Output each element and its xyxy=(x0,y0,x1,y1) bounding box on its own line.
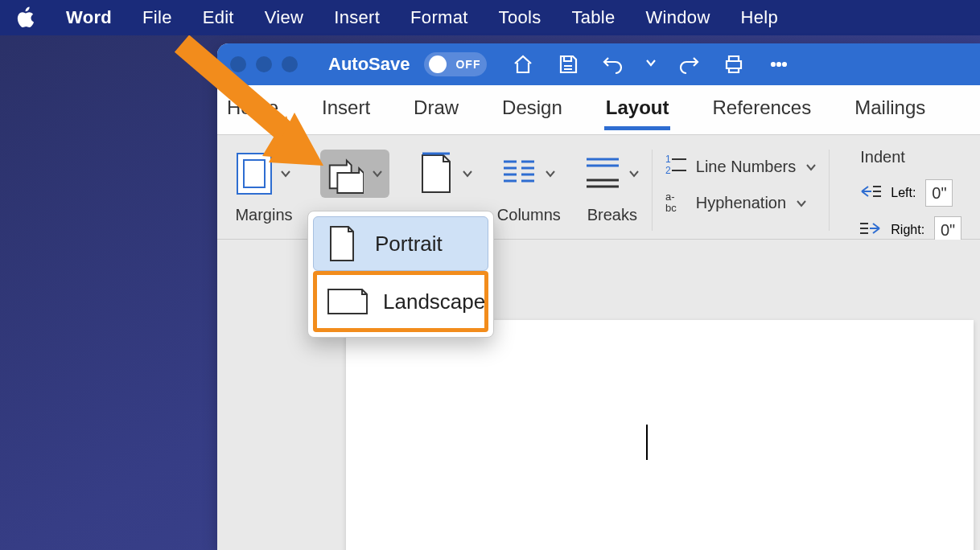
minimize-window-button[interactable] xyxy=(256,56,272,72)
indent-left-field[interactable]: 0" xyxy=(925,179,953,207)
traffic-lights xyxy=(230,56,298,72)
indent-right-label: Right: xyxy=(891,223,924,237)
svg-text:bc: bc xyxy=(665,202,677,213)
margins-icon xyxy=(235,154,274,193)
ribbon-tabs: Home Insert Draw Design Layout Reference… xyxy=(217,85,980,135)
menubar-item-help[interactable]: Help xyxy=(741,7,778,28)
document-page[interactable] xyxy=(346,320,974,550)
tab-draw[interactable]: Draw xyxy=(412,93,460,127)
group-margins: Margins xyxy=(224,142,304,239)
breaks-button[interactable] xyxy=(583,146,641,201)
columns-button[interactable] xyxy=(500,146,558,201)
save-icon[interactable] xyxy=(554,51,582,78)
tab-layout[interactable]: Layout xyxy=(604,93,671,127)
svg-text:1: 1 xyxy=(665,154,671,165)
undo-icon[interactable] xyxy=(599,51,627,78)
svg-point-2 xyxy=(783,63,786,66)
close-window-button[interactable] xyxy=(230,56,246,72)
menubar-item-tools[interactable]: Tools xyxy=(499,7,541,28)
columns-icon xyxy=(500,154,538,193)
group-linenum-hyph: 12 Line Numbers a-bc Hyphenation xyxy=(653,142,830,239)
autosave-toggle[interactable]: OFF xyxy=(424,52,487,76)
quickaccess-toolbar xyxy=(509,51,793,78)
orientation-option-portrait-label: Portrait xyxy=(375,232,443,257)
group-breaks: Breaks xyxy=(572,142,653,239)
autosave-label: AutoSave xyxy=(328,54,410,75)
apple-logo-icon[interactable] xyxy=(16,6,35,29)
macos-menubar: Word File Edit View Insert Format Tools … xyxy=(0,0,980,35)
redo-icon[interactable] xyxy=(675,51,702,78)
chevron-down-icon xyxy=(627,166,641,181)
text-caret xyxy=(646,425,648,460)
orientation-dropdown: Portrait Landscape xyxy=(307,211,494,338)
menubar-app-name[interactable]: Word xyxy=(66,7,112,28)
group-indent: Indent Left: 0" Right: 0" xyxy=(830,142,973,239)
hyphenation-label: Hyphenation xyxy=(696,194,786,212)
chevron-down-icon xyxy=(370,166,385,181)
autosave-state-text: OFF xyxy=(455,58,480,71)
tab-mailings[interactable]: Mailings xyxy=(853,93,927,127)
more-icon[interactable] xyxy=(765,51,793,78)
tab-insert[interactable]: Insert xyxy=(320,93,372,127)
menubar-item-edit[interactable]: Edit xyxy=(203,7,234,28)
tab-design[interactable]: Design xyxy=(500,93,564,127)
chevron-down-icon xyxy=(543,166,558,181)
orientation-option-landscape-label: Landscape xyxy=(383,289,485,314)
tab-references[interactable]: References xyxy=(710,93,813,127)
window-titlebar: AutoSave OFF xyxy=(217,43,980,85)
indent-right-icon xyxy=(860,220,881,240)
home-icon[interactable] xyxy=(509,51,537,78)
size-button[interactable] xyxy=(417,146,475,201)
print-icon[interactable] xyxy=(720,51,747,78)
breaks-label: Breaks xyxy=(587,206,637,224)
svg-text:2: 2 xyxy=(665,165,671,176)
hyphenation-icon: a-bc xyxy=(664,189,688,217)
columns-label: Columns xyxy=(497,206,561,224)
chevron-down-icon xyxy=(278,166,293,181)
group-columns: Columns xyxy=(486,142,572,239)
menubar-item-format[interactable]: Format xyxy=(410,7,467,28)
chevron-down-icon xyxy=(804,160,818,174)
line-numbers-button[interactable]: 12 Line Numbers xyxy=(664,153,819,181)
maximize-window-button[interactable] xyxy=(282,56,298,72)
line-numbers-label: Line Numbers xyxy=(696,158,797,176)
menubar-item-table[interactable]: Table xyxy=(571,7,615,28)
portrait-page-icon xyxy=(323,225,360,262)
autosave-toggle-knob xyxy=(429,55,447,73)
chevron-down-icon xyxy=(460,166,475,181)
tab-home[interactable]: Home xyxy=(225,93,280,127)
word-window: AutoSave OFF xyxy=(217,43,980,550)
menubar-item-file[interactable]: File xyxy=(142,7,172,28)
hyphenation-button[interactable]: a-bc Hyphenation xyxy=(664,189,819,217)
size-icon xyxy=(417,154,455,193)
breaks-icon xyxy=(583,154,622,193)
line-numbers-icon: 12 xyxy=(664,153,688,181)
svg-point-1 xyxy=(777,63,780,66)
orientation-option-portrait[interactable]: Portrait xyxy=(313,216,488,271)
menubar-item-window[interactable]: Window xyxy=(646,7,710,28)
indent-title: Indent xyxy=(860,148,961,166)
undo-dropdown-chevron-icon[interactable] xyxy=(644,56,657,72)
menubar-item-view[interactable]: View xyxy=(265,7,304,28)
margins-button[interactable] xyxy=(235,146,293,201)
svg-point-0 xyxy=(772,63,775,66)
orientation-icon xyxy=(325,154,364,193)
orientation-option-landscape[interactable]: Landscape xyxy=(313,271,488,332)
chevron-down-icon xyxy=(794,196,809,211)
landscape-page-icon xyxy=(327,283,369,320)
indent-left-label: Left: xyxy=(891,186,916,200)
orientation-button[interactable] xyxy=(320,150,389,198)
menubar-item-insert[interactable]: Insert xyxy=(334,7,380,28)
svg-text:a-: a- xyxy=(665,191,675,203)
margins-label: Margins xyxy=(235,206,292,224)
indent-left-icon xyxy=(860,183,881,203)
